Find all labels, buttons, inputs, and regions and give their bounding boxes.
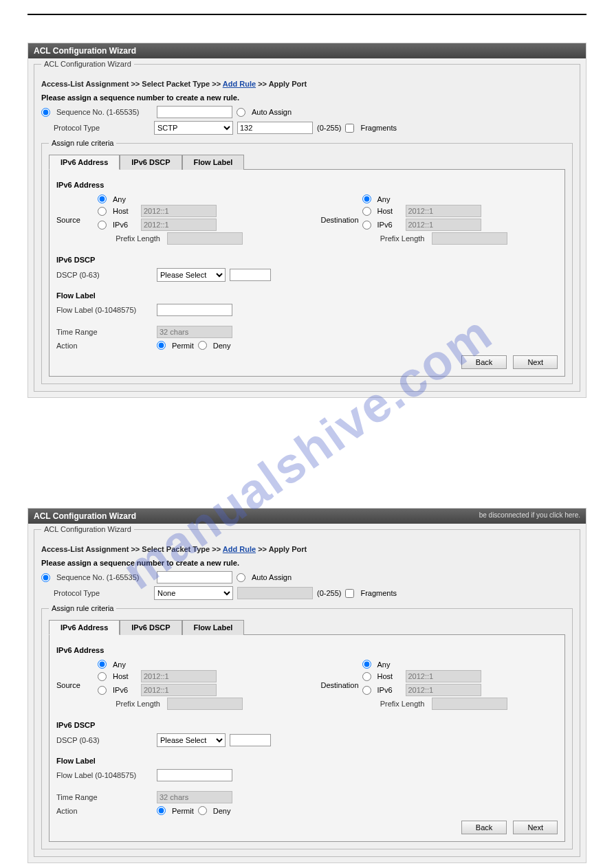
action-label: Action [56,807,153,815]
flow-label-label: Flow Label (0-1048575) [56,771,153,779]
back-button[interactable]: Back [461,355,507,369]
sequence-no-label: Sequence No. (1-65535) [56,108,153,116]
dest-prefix-input[interactable] [432,698,507,710]
auto-assign-radio[interactable] [237,108,245,117]
sequence-no-input[interactable] [157,571,232,583]
protocol-type-label: Protocol Type [54,124,150,132]
source-any-radio[interactable] [98,660,107,669]
tab-body: IPv6 Address Source Any Host IPv6 Prefix… [49,635,565,842]
dest-ipv6-radio[interactable] [362,686,371,695]
ipv6-dscp-title: IPv6 DSCP [56,256,558,264]
flow-label-label: Flow Label (0-1048575) [56,306,153,314]
fragments-checkbox[interactable] [345,589,354,598]
tab-ipv6-address[interactable]: IPv6 Address [49,155,120,170]
protocol-type-select[interactable]: SCTP [154,121,233,135]
sequence-no-label: Sequence No. (1-65535) [56,573,153,581]
destination-label: Destination [321,681,362,689]
tab-ipv6-address[interactable]: IPv6 Address [49,620,120,635]
dscp-select[interactable]: Please Select [157,268,226,282]
protocol-type-select[interactable]: None [154,586,233,600]
dest-ipv6-radio[interactable] [362,221,371,230]
permit-radio[interactable] [157,341,166,350]
breadcrumb-step-1: Access-List Assignment [41,80,129,88]
panel-title: ACL Configuration Wizard [34,511,136,521]
tab-ipv6-dscp[interactable]: IPv6 DSCP [120,620,182,635]
fragments-label: Fragments [360,124,397,132]
time-range-label: Time Range [56,793,153,801]
deny-radio[interactable] [198,806,207,815]
source-ipv6-radio[interactable] [98,221,107,230]
dest-prefix-input[interactable] [432,232,507,245]
source-prefix-input[interactable] [167,232,243,245]
time-range-input[interactable] [157,326,232,338]
acl-wizard-panel-1: ACL Configuration Wizard ACL Configurati… [28,43,586,398]
protocol-range-label: (0-255) [317,124,341,132]
source-host-radio[interactable] [98,672,107,681]
source-label: Source [56,681,98,689]
dest-any-radio[interactable] [362,194,371,203]
breadcrumb-step-3-link[interactable]: Add Rule [223,545,256,553]
source-ipv6-radio[interactable] [98,686,107,695]
sequence-no-input[interactable] [157,106,232,118]
destination-label: Destination [321,216,362,224]
flow-label-input[interactable] [157,769,232,781]
dest-host-radio[interactable] [362,207,371,216]
breadcrumb-step-4: Apply Port [269,80,307,88]
back-button[interactable]: Back [461,821,507,834]
tab-flow-label[interactable]: Flow Label [182,155,245,170]
dest-host-input[interactable] [406,670,481,682]
auto-assign-label: Auto Assign [252,573,292,581]
source-ipv6-input[interactable] [141,684,217,696]
panel-title: ACL Configuration Wizard [34,46,136,56]
permit-radio[interactable] [157,806,166,815]
source-label: Source [56,216,98,224]
dest-ipv6-input[interactable] [406,684,481,696]
time-range-label: Time Range [56,328,153,336]
source-host-input[interactable] [141,205,217,217]
dscp-select[interactable]: Please Select [157,733,226,747]
dest-host-input[interactable] [406,205,481,217]
criteria-fieldset: Assign rule criteria IPv6 Address IPv6 D… [41,604,573,849]
tab-ipv6-dscp[interactable]: IPv6 DSCP [120,155,182,170]
fragments-label: Fragments [360,589,397,597]
criteria-tabs: IPv6 Address IPv6 DSCP Flow Label [49,154,565,170]
dscp-label: DSCP (0-63) [56,271,153,279]
flow-label-input[interactable] [157,304,232,316]
next-button[interactable]: Next [513,821,558,834]
protocol-num-input[interactable] [237,122,313,134]
tab-body: IPv6 Address Source Any Host IPv6 Prefix… [49,170,565,377]
dscp-input[interactable] [230,269,271,281]
source-host-radio[interactable] [98,207,107,216]
source-prefix-input[interactable] [167,698,243,710]
tab-flow-label[interactable]: Flow Label [182,620,245,635]
sequence-no-radio[interactable] [41,573,50,582]
sequence-no-radio[interactable] [41,108,50,117]
protocol-num-input[interactable] [237,587,313,599]
dest-any-radio[interactable] [362,660,371,669]
criteria-fieldset: Assign rule criteria IPv6 Address IPv6 D… [41,139,573,384]
source-host-input[interactable] [141,670,217,682]
dest-ipv6-input[interactable] [406,219,481,231]
fieldset-legend: ACL Configuration Wizard [41,60,134,68]
breadcrumb-step-3-link[interactable]: Add Rule [223,80,256,88]
breadcrumb-step-2: Select Packet Type [142,545,210,553]
source-any-radio[interactable] [98,194,107,203]
acl-wizard-panel-2: ACL Configuration Wizard be disconnected… [28,508,586,863]
flow-label-title: Flow Label [56,291,558,300]
next-button[interactable]: Next [513,355,558,369]
criteria-tabs: IPv6 Address IPv6 DSCP Flow Label [49,619,565,635]
auto-assign-radio[interactable] [237,573,245,582]
dest-host-radio[interactable] [362,672,371,681]
fragments-checkbox[interactable] [345,124,354,133]
criteria-legend: Assign rule criteria [49,139,116,147]
ipv6-address-title: IPv6 Address [56,646,558,654]
auto-assign-label: Auto Assign [252,108,292,116]
breadcrumb-step-4: Apply Port [269,545,307,553]
source-ipv6-input[interactable] [141,219,217,231]
flow-label-title: Flow Label [56,757,558,765]
panel-header: ACL Configuration Wizard be disconnected… [28,509,586,524]
deny-radio[interactable] [198,341,207,350]
dscp-label: DSCP (0-63) [56,736,153,744]
time-range-input[interactable] [157,791,232,803]
dscp-input[interactable] [230,734,271,746]
